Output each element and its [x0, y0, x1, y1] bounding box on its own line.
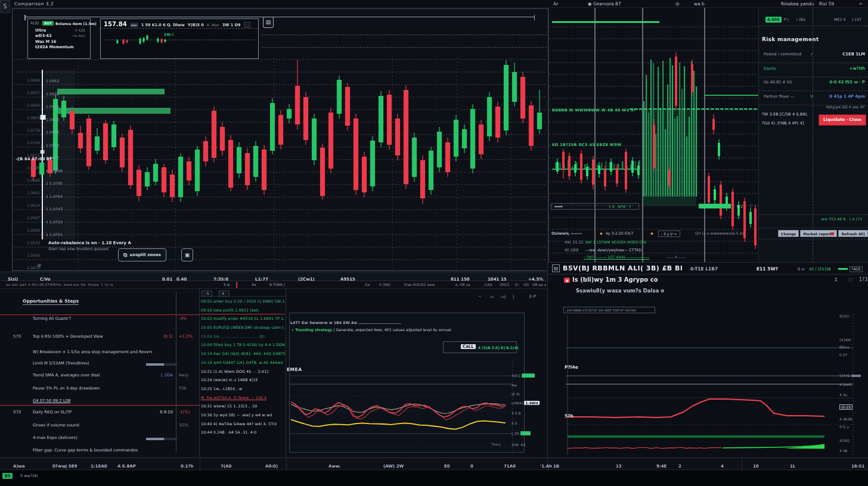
- oscillator-chart[interactable]: [290, 357, 523, 451]
- log-row[interactable]: M. Rw.wDTKA.A. O.Twww. ~ 100.4: [201, 395, 285, 404]
- progress-separator: |: [750, 204, 751, 208]
- log-row[interactable]: 10:09 filled buy 1 TB 0.42(B) by 4-4 1 D…: [201, 342, 285, 351]
- table-row[interactable]: Filter gap: Curve gap terms & bounded co…: [0, 448, 200, 456]
- indicator-toolbar-icon[interactable]: ▭: [490, 294, 494, 299]
- log-row[interactable]: 10:24 (ww)w] m u 14BB 4(1E: [201, 378, 285, 387]
- log-subtab[interactable]: 5·w: [224, 282, 230, 286]
- list-icon[interactable]: ▤: [552, 264, 560, 272]
- info-row[interactable]: Partner flows — V· 0 41p 1 4P 4pm: [759, 92, 868, 105]
- title-icon[interactable]: ◌: [848, 277, 852, 282]
- document-icon-button[interactable]: ▤: [263, 17, 274, 28]
- selector-box[interactable]: ‹ 5 y V =: [658, 230, 680, 237]
- fr-top-t3: ME2 9: [834, 17, 845, 21]
- window-corner-icon[interactable]: ⊞: [38, 263, 41, 268]
- log-row[interactable]: 10:40 4( 4wT4w G4ww 44? w4( 4. 5T:0: [201, 422, 285, 431]
- main-candlestick-chart[interactable]: [14, 58, 547, 270]
- table-row[interactable]: 570 Top 6 RSI 100% + Developed View (0.1…: [0, 334, 200, 342]
- log-row[interactable]: 10:44 0.24B . A4 5A .31. 4:0: [201, 430, 285, 439]
- status-item: 10: [753, 464, 759, 469]
- status-item: 0.1?h: [181, 464, 193, 469]
- row4-green-link[interactable]: ‹ ?W? ——— 1ST 4X45 ——————: [584, 255, 649, 259]
- square-tool-button[interactable]: ▣: [181, 248, 193, 261]
- table-row[interactable]: Pause 5% PL on 3-day drawdown Y5b: [0, 386, 200, 394]
- log-row[interactable]: 10:25 1w,. L1B50 , w: [201, 387, 285, 395]
- table-row[interactable]: Limit M 5/15AM (Trendlines): [0, 361, 200, 369]
- probability-chart[interactable]: [565, 314, 854, 457]
- log-tab[interactable]: 4 ·: [219, 291, 230, 297]
- info-row: t2024 Momentum: [28, 44, 90, 50]
- info-row[interactable]: Posted / committed ✓ C1EB 1LM: [759, 50, 868, 63]
- quote-chip-icon[interactable]: ▢: [244, 22, 251, 27]
- symbol-info-box[interactable]: AUD BUY Bvlanca 4wm (1.5m) Ultra4.4ZBwD3…: [27, 18, 91, 59]
- info-row[interactable]: Os 48.85 # 50 0·0 42 f55 w · P: [759, 78, 868, 91]
- log-row[interactable]: 10:21 (1.A) Wwm DOG 4b .·. 2:A1]: [201, 369, 285, 378]
- log-row[interactable]: 10:36 5y wyd 5B) ~ .ww] y w4 w wd: [201, 413, 285, 422]
- table-row[interactable]: 4-max Expo (delivers): [0, 435, 200, 444]
- log-row[interactable]: 10:06 GA.............................. (…: [201, 334, 285, 343]
- indicator-toolbar-icon[interactable]: ~: [478, 294, 482, 299]
- table-row[interactable]: W) Breakeven + 1.5/5x area stop manageme…: [0, 350, 200, 358]
- titlebar-item[interactable]: Rizi 59: [819, 1, 834, 7]
- taskbar-app-label[interactable]: 5 ww?(4): [20, 473, 38, 478]
- close-position-button[interactable]: Liquidate · Close: [819, 114, 866, 126]
- table-row[interactable]: Trend SMA A, averages over deal L 5DA 4w…: [0, 373, 200, 381]
- right-scale-label: 9(55)·: [839, 314, 850, 318]
- status-item: Aww.: [328, 464, 341, 469]
- volume-chart[interactable]: [549, 8, 759, 262]
- overlay-price-value: 1.0911: [46, 104, 59, 108]
- action-button[interactable]: Refresh 4E]: [838, 230, 867, 237]
- titlebar-item[interactable]: ◎: [675, 1, 680, 7]
- log-row[interactable]: 09:58 take profit 1.0921 (set): [201, 308, 285, 317]
- legend-chip[interactable]: .2W?4BBB 4?2?W?UT 4W 4ERT 5TB?4T 5W?4W: [563, 307, 655, 313]
- yellow-line: [291, 420, 506, 429]
- log-row[interactable]: 10:14 4w( G4] (4jA) 4EB1 .44A. 44G G4BTW: [201, 351, 285, 360]
- panel-heading: Risk management: [762, 36, 819, 42]
- indicator-toolbar-icon[interactable]: |: [513, 294, 514, 299]
- table-row[interactable]: G4 07:50 09:2 L08: [0, 398, 200, 407]
- titlebar-item[interactable]: Ar: [553, 1, 558, 7]
- statusbar-separator: [200, 458, 200, 471]
- info-row[interactable]: Equity +w?Uh: [759, 64, 868, 77]
- titlebar-item[interactable]: Rinakea yandu: [781, 1, 814, 7]
- flame-icon: ◆: [600, 231, 603, 235]
- status-item: A)wa: [13, 464, 25, 469]
- table-row[interactable]: Grows if volume sound 1G%: [0, 423, 200, 431]
- log-row[interactable]: 10:05 EURUSD (WEEK-DM) strategy calm (. …: [201, 325, 285, 334]
- analytics-title: Is (bli)wy 1m 3 Agrypo co: [572, 276, 658, 283]
- indicator-toolbar-icon[interactable]: E·P: [529, 294, 536, 299]
- overlay-price-value: 1.0890: [46, 117, 59, 122]
- log-row[interactable]: 10:02 modify order #4518 SL 1.0841 TP 1.…: [201, 316, 285, 325]
- unsplit-zones-button[interactable]: ⧉ unsplit zones: [118, 248, 166, 261]
- titlebar-item[interactable]: ◉ Gearvora 87: [588, 1, 621, 7]
- app-logo[interactable]: S: [0, 0, 10, 13]
- red-square-icon: [831, 232, 834, 235]
- titlebar-item[interactable]: wa b: [694, 1, 705, 7]
- log-tab[interactable]: · 5: [202, 291, 212, 297]
- log-subtab[interactable]: 4a: [252, 282, 256, 286]
- header-chip[interactable]: ?41E: [850, 266, 863, 272]
- indicator-panel: ~▭▭||E·P L4T? Gw 3wwwrw w 1B4 EW 4w ....…: [286, 289, 547, 457]
- table-row[interactable]: 970 Daily REQ on SL/TP 0.9:10 -1(%): [0, 410, 200, 418]
- log-subtab[interactable]: B·T[WA.]: [269, 282, 285, 286]
- right-scale-label: 4 4a: [839, 392, 847, 397]
- taskbar-app-chip[interactable]: B5: [2, 473, 13, 479]
- log-row[interactable]: 10:18 w44 G444T G41 G4TB. w.4G 444wd: [201, 360, 285, 369]
- action-button[interactable]: Change: [778, 230, 799, 237]
- action-button[interactable]: Market report: [800, 230, 837, 237]
- title-icon[interactable]: 1?3: [859, 277, 867, 282]
- title-icon[interactable]: ↥: [834, 277, 838, 282]
- table-row[interactable]: Turning All Guard ? -4%: [0, 316, 200, 325]
- quote-info-box[interactable]: 157.84 ▪▪▪ 1 59 61.0 6 Q. Dlww Y(B)5 0 A…: [100, 18, 259, 59]
- price-axis-label: 1.0749: [14, 141, 40, 145]
- log-row[interactable]: 10:31 w(ww/ 15 1..15(3 , .50: [201, 404, 285, 413]
- table-heading[interactable]: Opportunities & Steps: [23, 298, 79, 305]
- status-item: 9:4E: [656, 464, 666, 469]
- row6-label: ?W 3.EB [C/5B 4 6.B9L: [762, 112, 808, 117]
- log-row[interactable]: 09:55 order buy 0.20 / 2020 (1 DWA) 5W-1…: [201, 299, 285, 308]
- indicator-toolbar-icon[interactable]: ▭|: [501, 294, 506, 299]
- titlebar-item[interactable]: ⌐: [859, 1, 863, 7]
- overlay-price-value: 1 1.0764: [46, 194, 63, 198]
- red-separator: [0, 314, 200, 315]
- ohlc-text: 1 59 61.0 6 Q. Dlww: [141, 23, 185, 27]
- subheader-item: GD: [523, 283, 529, 286]
